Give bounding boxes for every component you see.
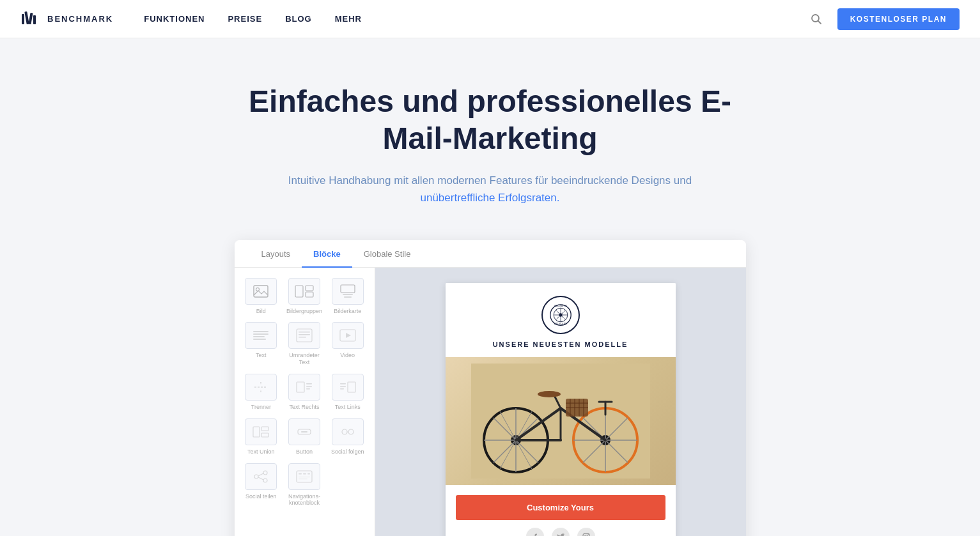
tab-layouts[interactable]: Layouts <box>250 240 302 268</box>
svg-point-43 <box>263 471 267 475</box>
svg-point-41 <box>348 429 354 434</box>
email-logo: BICYCLES HANDCRAFTED <box>541 296 580 334</box>
block-video[interactable]: Video <box>329 322 367 366</box>
block-trenner[interactable]: Trenner <box>242 374 281 411</box>
main-nav: FUNKTIONEN PREISE BLOG MEHR <box>144 14 807 24</box>
site-header: BENCHMARK FUNKTIONEN PREISE BLOG MEHR KO… <box>0 0 980 38</box>
nav-preise[interactable]: PREISE <box>228 14 262 24</box>
svg-point-44 <box>254 475 258 479</box>
block-umrandeter-text-label: Umrandeter Text <box>285 352 323 366</box>
main-content: Einfaches und professionelles E-Mail-Mar… <box>107 38 874 536</box>
facebook-icon[interactable] <box>526 528 544 536</box>
block-social-folgen-icon-box <box>332 418 364 445</box>
svg-rect-0 <box>22 14 24 24</box>
nav-funktionen[interactable]: FUNKTIONEN <box>144 14 205 24</box>
svg-rect-14 <box>253 331 268 332</box>
block-bilderkarte-icon-box <box>332 278 364 305</box>
demo-content-area: Bild Bildergruppen <box>235 268 746 536</box>
svg-text:BICYCLES: BICYCLES <box>554 323 566 325</box>
block-text-union[interactable]: Text Union <box>242 418 281 456</box>
email-headline: UNSERE NEUESTEN MODELLE <box>493 341 628 348</box>
nav-mehr[interactable]: MEHR <box>335 14 362 24</box>
text-union-icon <box>253 425 269 438</box>
block-text-rechts[interactable]: Text Rechts <box>285 374 323 411</box>
email-preview-area: BICYCLES HANDCRAFTED UNSERE NEUESTEN MOD… <box>375 268 746 536</box>
block-bild[interactable]: Bild <box>242 278 281 315</box>
svg-rect-27 <box>297 382 304 392</box>
text-left-icon <box>339 381 356 394</box>
svg-rect-30 <box>306 388 310 390</box>
search-button[interactable] <box>808 11 825 27</box>
tab-bloecke[interactable]: Blöcke <box>302 240 352 268</box>
svg-rect-53 <box>299 479 307 479</box>
svg-rect-37 <box>261 433 268 437</box>
block-video-icon-box <box>332 322 364 349</box>
svg-point-83 <box>538 391 561 397</box>
demo-tabs: Layouts Blöcke Globale Stile <box>235 240 746 268</box>
svg-rect-16 <box>253 336 265 337</box>
email-social-icons <box>526 528 595 536</box>
block-bildergruppen-icon-box <box>288 278 320 305</box>
subtitle-text-1: Intuitive Handhabung mit allen modernen … <box>288 174 692 187</box>
block-bild-label: Bild <box>256 308 266 315</box>
block-text[interactable]: Text <box>242 322 281 366</box>
email-bike-image <box>446 357 676 485</box>
block-text-rechts-icon-box <box>288 374 320 401</box>
svg-text:HANDCRAFTED: HANDCRAFTED <box>554 304 566 307</box>
block-social-teilen-icon-box <box>245 463 277 490</box>
block-social-teilen[interactable]: Social teilen <box>242 463 281 507</box>
svg-rect-31 <box>340 383 346 385</box>
email-card: BICYCLES HANDCRAFTED UNSERE NEUESTEN MOD… <box>446 283 676 536</box>
nav-blog[interactable]: BLOG <box>285 14 312 24</box>
svg-rect-35 <box>253 427 260 437</box>
svg-rect-52 <box>299 477 310 477</box>
svg-point-7 <box>256 287 260 291</box>
header-right: KOSTENLOSER PLAN <box>808 8 960 30</box>
svg-rect-11 <box>341 285 355 293</box>
svg-point-95 <box>587 534 589 535</box>
block-text-rechts-label: Text Rechts <box>289 404 319 411</box>
svg-rect-49 <box>299 473 302 475</box>
block-social-folgen-label: Social folgen <box>331 448 364 456</box>
svg-rect-36 <box>261 427 268 431</box>
block-trenner-icon-box <box>245 374 277 401</box>
svg-rect-2 <box>28 12 33 24</box>
bordered-text-icon <box>296 328 313 342</box>
text-right-icon <box>296 381 313 394</box>
svg-rect-15 <box>253 333 268 335</box>
logo-text: BENCHMARK <box>47 14 113 24</box>
block-umrandeter-text[interactable]: Umrandeter Text <box>285 322 323 366</box>
image-icon <box>253 285 268 298</box>
logo-link[interactable]: BENCHMARK <box>20 9 113 29</box>
demo-card: Layouts Blöcke Globale Stile Bild <box>235 240 746 536</box>
instagram-icon[interactable] <box>577 528 595 536</box>
svg-rect-20 <box>299 334 310 335</box>
block-button-icon-box <box>288 418 320 445</box>
block-trenner-label: Trenner <box>251 404 271 411</box>
block-text-union-icon-box <box>245 418 277 445</box>
tab-globale-stile[interactable]: Globale Stile <box>352 240 423 268</box>
block-bilderkarte[interactable]: Bilderkarte <box>329 278 367 315</box>
block-umrandeter-text-icon-box <box>288 322 320 349</box>
block-button[interactable]: Button <box>285 418 323 456</box>
twitter-icon[interactable] <box>552 528 570 536</box>
svg-line-5 <box>818 20 821 24</box>
nav-block-icon <box>296 470 313 483</box>
svg-rect-33 <box>340 388 344 390</box>
email-cta-area: Customize Yours <box>446 485 676 536</box>
svg-rect-6 <box>254 286 268 297</box>
block-bildergruppen[interactable]: Bildergruppen <box>285 278 323 315</box>
email-cta-button[interactable]: Customize Yours <box>456 495 665 520</box>
svg-rect-18 <box>297 329 312 342</box>
block-text-links-label: Text Links <box>335 404 361 411</box>
divider-icon <box>253 381 269 394</box>
email-header: BICYCLES HANDCRAFTED UNSERE NEUESTEN MOD… <box>446 283 676 357</box>
bicycle-illustration <box>471 364 650 479</box>
svg-rect-1 <box>24 11 29 24</box>
block-social-folgen[interactable]: Social folgen <box>329 418 367 456</box>
svg-line-46 <box>258 473 263 476</box>
block-text-links[interactable]: Text Links <box>329 374 367 411</box>
cta-plan-button[interactable]: KOSTENLOSER PLAN <box>837 8 960 30</box>
block-nav[interactable]: Navigations-knotenblock <box>285 463 323 507</box>
text-icon <box>253 329 269 342</box>
